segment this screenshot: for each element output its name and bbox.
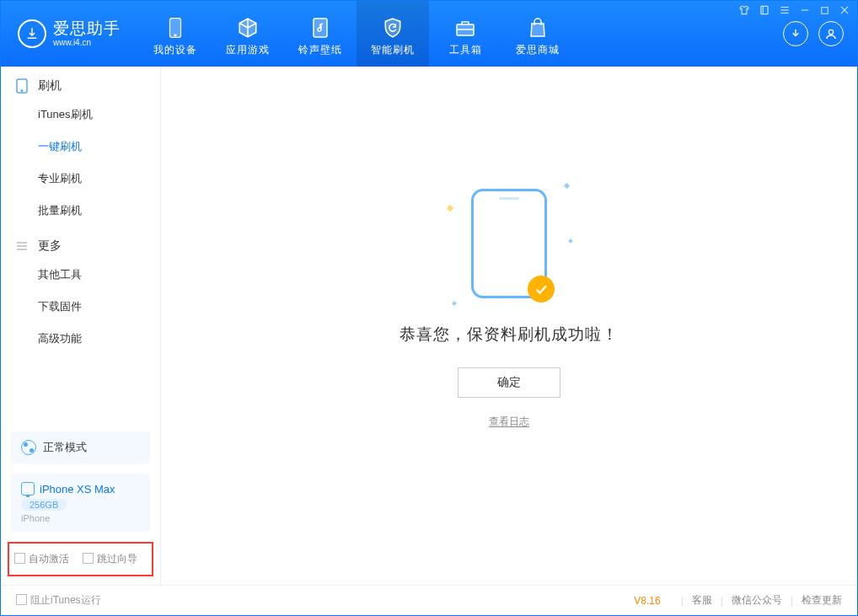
- main-content: 恭喜您，保资料刷机成功啦！ 确定 查看日志: [161, 67, 857, 585]
- svg-rect-6: [822, 7, 829, 13]
- logo-icon: [18, 19, 46, 48]
- block-itunes-checkbox[interactable]: 阻止iTunes运行: [16, 593, 101, 608]
- minimize-button[interactable]: [799, 4, 811, 19]
- download-manager-button[interactable]: [783, 21, 808, 46]
- account-button[interactable]: [818, 21, 844, 46]
- footer-link-wechat[interactable]: 微信公众号: [732, 593, 782, 608]
- svg-point-14: [829, 29, 833, 34]
- device-name: iPhone XS Max: [40, 483, 115, 495]
- success-illustration: [471, 189, 547, 298]
- device-icon: [167, 16, 184, 40]
- sidebar-item-advanced[interactable]: 高级功能: [38, 323, 160, 355]
- sidebar-section-more: 更多: [1, 227, 160, 259]
- sidebar: 刷机 iTunes刷机 一键刷机 专业刷机 批量刷机 更多 其他工具 下载固件 …: [1, 67, 161, 585]
- bag-icon: [528, 16, 548, 40]
- app-logo: 爱思助手 www.i4.cn: [1, 1, 139, 67]
- sidebar-item-pro-flash[interactable]: 专业刷机: [38, 163, 160, 195]
- svg-point-16: [21, 90, 23, 92]
- list-icon: [16, 240, 29, 252]
- nav-toolbox[interactable]: 工具箱: [429, 1, 501, 67]
- nav-ringtones-wallpapers[interactable]: 铃声壁纸: [284, 1, 357, 67]
- sidebar-item-download-firmware[interactable]: 下载固件: [38, 291, 160, 323]
- menu-icon[interactable]: [779, 4, 791, 19]
- view-log-link[interactable]: 查看日志: [489, 415, 529, 429]
- device-info-card[interactable]: iPhone XS Max 256GB iPhone: [11, 474, 150, 532]
- app-header: 爱思助手 www.i4.cn 我的设备 应用游戏 铃声壁纸 智能刷机: [1, 1, 857, 67]
- footer-link-support[interactable]: 客服: [692, 593, 712, 608]
- footer-link-update[interactable]: 检查更新: [802, 593, 842, 608]
- toolbox-icon: [454, 16, 476, 40]
- maximize-button[interactable]: [819, 5, 830, 19]
- main-nav: 我的设备 应用游戏 铃声壁纸 智能刷机 工具箱 爱思商城: [139, 1, 574, 67]
- success-message: 恭喜您，保资料刷机成功啦！: [400, 324, 619, 345]
- version-label: V8.16: [634, 595, 660, 607]
- notebook-icon[interactable]: [759, 4, 770, 19]
- checkmark-icon: [528, 276, 555, 303]
- shirt-icon[interactable]: [738, 4, 750, 19]
- device-mode-card[interactable]: 正常模式: [11, 431, 150, 463]
- device-mode-label: 正常模式: [43, 440, 87, 455]
- refresh-shield-icon: [382, 16, 404, 40]
- status-bar: 阻止iTunes运行 V8.16 | 客服 | 微信公众号 | 检查更新: [1, 585, 857, 615]
- cube-icon: [237, 16, 259, 40]
- nav-my-device[interactable]: 我的设备: [139, 1, 212, 67]
- phone-icon: [16, 78, 29, 94]
- nav-smart-flash[interactable]: 智能刷机: [357, 1, 429, 67]
- window-controls: [738, 4, 850, 19]
- skip-guide-checkbox[interactable]: 跳过向导: [83, 552, 137, 566]
- mode-icon: [21, 440, 36, 455]
- nav-store[interactable]: 爱思商城: [501, 1, 574, 67]
- ok-button[interactable]: 确定: [458, 367, 560, 398]
- music-file-icon: [310, 16, 330, 40]
- app-url: www.i4.cn: [53, 38, 121, 47]
- device-icon: [21, 482, 35, 495]
- app-title: 爱思助手: [53, 20, 121, 38]
- auto-activate-checkbox[interactable]: 自动激活: [14, 552, 69, 566]
- device-capacity-badge: 256GB: [21, 499, 67, 511]
- sidebar-item-oneclick-flash[interactable]: 一键刷机: [38, 131, 160, 163]
- nav-apps-games[interactable]: 应用游戏: [212, 1, 284, 67]
- sidebar-item-other-tools[interactable]: 其他工具: [38, 259, 160, 291]
- sidebar-item-itunes-flash[interactable]: iTunes刷机: [38, 99, 160, 131]
- sidebar-item-batch-flash[interactable]: 批量刷机: [38, 195, 160, 227]
- flash-options-highlight: 自动激活 跳过向导: [8, 542, 153, 576]
- sidebar-section-flash: 刷机: [1, 67, 160, 99]
- device-type: iPhone: [21, 513, 140, 523]
- svg-point-10: [174, 34, 176, 35]
- svg-rect-0: [761, 6, 768, 13]
- close-button[interactable]: [839, 4, 850, 19]
